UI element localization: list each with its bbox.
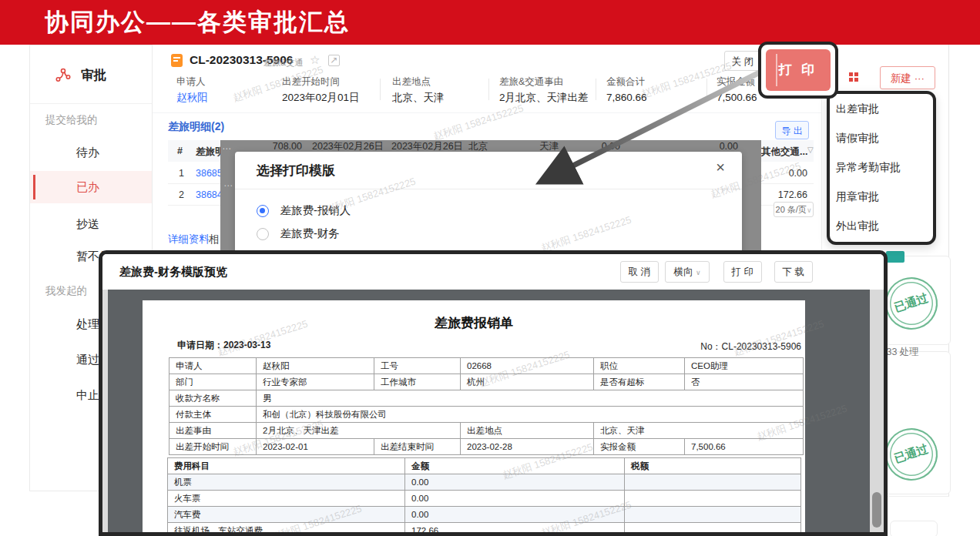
cell: 0.00 bbox=[405, 474, 625, 491]
tab-related[interactable]: 相 bbox=[209, 233, 220, 246]
cell: 男 bbox=[257, 390, 804, 407]
cell: 赵秋阳 bbox=[257, 358, 374, 374]
filter-icon[interactable]: ▽ bbox=[807, 146, 814, 154]
document-title: 差旅费报销单 bbox=[143, 314, 805, 332]
row-id-link[interactable]: 38684 bbox=[196, 189, 223, 200]
col-index: # bbox=[177, 146, 183, 156]
field-value: 7,860.66 bbox=[606, 90, 647, 105]
field-destination: 出差地点 北京、天津 bbox=[392, 75, 445, 105]
field-value: 北京、天津 bbox=[392, 90, 445, 105]
section-count: (2) bbox=[211, 120, 224, 132]
field-label: 申请人 bbox=[176, 75, 208, 89]
option-reimburser[interactable]: 差旅费-报销人 bbox=[257, 203, 351, 219]
dimmed-ellipsis: … bbox=[222, 140, 233, 152]
row-index: 1 bbox=[179, 168, 184, 179]
chevron-down-icon: ∨ bbox=[807, 206, 812, 214]
cell: 172.66 bbox=[405, 523, 625, 533]
cell: 部门 bbox=[169, 374, 257, 390]
viewer-left-strip bbox=[102, 290, 108, 532]
page-size-value: 20 条/页 bbox=[776, 205, 807, 214]
print-button[interactable]: 打 印 bbox=[766, 49, 831, 91]
applicant-link[interactable]: 赵秋阳 bbox=[176, 90, 208, 105]
cell: 出差开始时间 bbox=[169, 439, 257, 455]
cell: 付款主体 bbox=[169, 407, 257, 423]
header-cell: 费用科目 bbox=[168, 458, 405, 474]
close-button[interactable]: 关 闭 bbox=[724, 51, 761, 71]
preview-title: 差旅费-财务模版预览 bbox=[119, 265, 227, 280]
field-reimbursed: 实报金额 7,500.66 bbox=[717, 75, 757, 105]
menu-item-seal[interactable]: 用章审批 bbox=[830, 182, 933, 211]
cell: 行业专家部 bbox=[257, 374, 374, 390]
cell: 2月北京、天津出差 bbox=[257, 423, 461, 439]
page-size-select[interactable]: 20 条/页∨ bbox=[774, 202, 814, 217]
cell: 工号 bbox=[374, 358, 461, 374]
dimmed-cell: 0.00 bbox=[582, 140, 620, 152]
star-icon[interactable]: ☆ bbox=[310, 53, 320, 67]
cell: 0.00 bbox=[405, 491, 625, 507]
cell: 往返机场、车站交通费 bbox=[168, 523, 405, 533]
grid-view-icon[interactable] bbox=[849, 72, 859, 82]
radio-unselected-icon[interactable] bbox=[257, 228, 269, 240]
dimmed-cell: 2023年02月26日 bbox=[391, 140, 463, 152]
dimmed-cell: 天津 bbox=[539, 140, 559, 152]
section-title-text: 差旅明细 bbox=[168, 120, 211, 132]
dimmed-ellipsis: … bbox=[223, 177, 233, 189]
chevron-down-icon: ∨ bbox=[696, 269, 701, 276]
scrollbar-thumb[interactable] bbox=[872, 492, 881, 528]
sidebar-section-initiated: 我发起的 bbox=[45, 281, 87, 301]
orientation-value: 横向 bbox=[673, 266, 693, 277]
sidebar-item-done[interactable]: 已办 bbox=[30, 171, 152, 203]
cell: 7,500.66 bbox=[685, 439, 804, 455]
new-approval-button[interactable]: 新建 ··· bbox=[880, 66, 935, 89]
option-finance[interactable]: 差旅费-财务 bbox=[257, 226, 340, 242]
menu-item-attendance[interactable]: 异常考勤审批 bbox=[830, 152, 933, 182]
open-in-new-icon[interactable]: ↗ bbox=[328, 55, 340, 66]
export-button[interactable]: 导 出 bbox=[775, 121, 809, 139]
divider bbox=[596, 79, 596, 100]
dimmed-cell: 北京 bbox=[468, 140, 488, 152]
cell: 汽车费 bbox=[168, 507, 405, 523]
col-other-traffic: 其他交通... bbox=[761, 146, 807, 159]
cell bbox=[625, 523, 801, 533]
download-button[interactable]: 下 载 bbox=[774, 261, 813, 283]
cell: 出差结束时间 bbox=[374, 439, 461, 455]
row-id-link[interactable]: 38685 bbox=[196, 168, 223, 179]
field-label: 实报金额 bbox=[717, 75, 757, 89]
cell: 2023-02-01 bbox=[257, 439, 374, 455]
preview-print-button[interactable]: 打 印 bbox=[723, 261, 762, 283]
divider bbox=[706, 79, 707, 100]
close-icon[interactable]: × bbox=[716, 159, 725, 176]
header-cell: 税额 bbox=[625, 458, 801, 474]
field-total: 金额合计 7,860.66 bbox=[606, 75, 647, 105]
print-preview-window: 差旅费-财务模版预览 取 消 横向 ∨ 打 印 下 载 差旅费报销单 申请日期：… bbox=[99, 250, 888, 536]
banner-title: 协同办公——各类审批汇总 bbox=[45, 6, 350, 39]
menu-item-leave[interactable]: 请假审批 bbox=[830, 123, 933, 152]
menu-item-business-trip[interactable]: 出差审批 bbox=[830, 94, 933, 123]
dimmed-cell: 708.00 bbox=[263, 140, 302, 152]
radio-selected-icon[interactable] bbox=[257, 205, 269, 217]
document-icon bbox=[171, 54, 183, 67]
menu-item-outing[interactable]: 外出审批 bbox=[830, 211, 933, 240]
approval-app-icon bbox=[55, 67, 72, 84]
cell: 02668 bbox=[461, 358, 594, 374]
cell: 工作城市 bbox=[374, 374, 461, 390]
expense-table: 费用科目 金额 税额 机票 0.00 火车票 0.00 bbox=[167, 457, 801, 532]
print-annotation-box: 打 印 bbox=[758, 42, 838, 99]
orientation-select[interactable]: 横向 ∨ bbox=[665, 261, 710, 283]
field-label: 差旅&交通事由 bbox=[499, 75, 589, 89]
divider bbox=[380, 79, 381, 100]
cell: 杭州 bbox=[461, 374, 594, 390]
tab-detail-info[interactable]: 详细资料 bbox=[168, 233, 210, 246]
document-page: 差旅费报销单 申请日期：2023-03-13 No：CL-20230313-59… bbox=[143, 300, 805, 532]
cancel-button[interactable]: 取 消 bbox=[620, 261, 659, 283]
preview-scrollbar[interactable] bbox=[870, 290, 884, 532]
print-template-dialog-region: … 708.00 2023年02月26日 2023年02月26日 北京 天津 0… bbox=[220, 140, 761, 256]
dimmed-cell: 2023年02月26日 bbox=[312, 140, 384, 152]
sidebar-item-cc[interactable]: 抄送 bbox=[30, 208, 152, 240]
divider bbox=[153, 112, 821, 113]
tag-badge bbox=[886, 251, 904, 263]
preview-title-bar: 差旅费-财务模版预览 取 消 横向 ∨ 打 印 下 载 bbox=[102, 254, 884, 290]
cell: 2023-02-28 bbox=[461, 439, 594, 455]
sidebar-item-todo[interactable]: 待办 bbox=[30, 136, 152, 169]
cell: 出差事由 bbox=[169, 423, 257, 439]
